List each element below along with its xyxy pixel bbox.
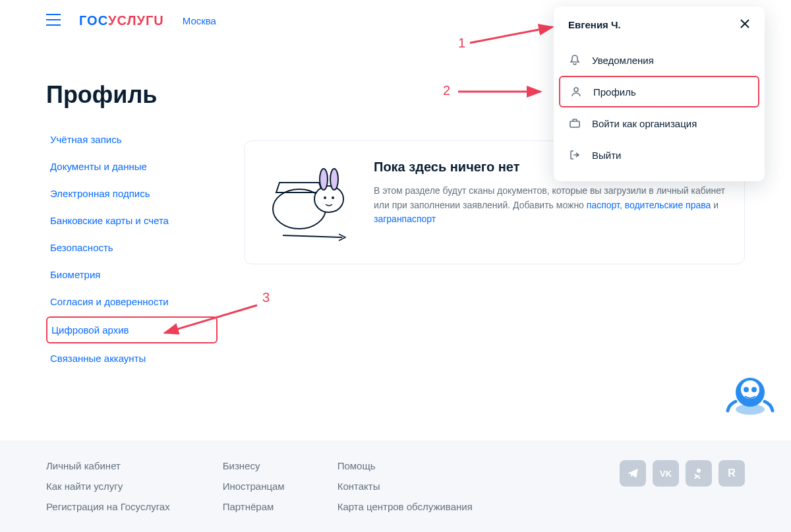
sidebar-item-signature[interactable]: Электронная подпись: [46, 181, 218, 206]
dropdown-logout[interactable]: Выйти: [554, 139, 765, 171]
close-icon[interactable]: [740, 18, 750, 31]
logo-text-2: УСЛУГU: [108, 13, 164, 28]
footer-col-1: Личный кабинет Как найти услугу Регистра…: [46, 460, 170, 512]
logo-text-1: ГОС: [79, 13, 108, 28]
card-text-sep: и: [711, 200, 718, 210]
dropdown-item-label: Профиль: [593, 86, 636, 98]
city-selector[interactable]: Москва: [183, 15, 216, 26]
dropdown-header: Евгения Ч.: [554, 7, 765, 44]
logout-icon: [568, 148, 581, 162]
sidebar-item-label: Безопасность: [50, 242, 113, 253]
svg-point-4: [324, 196, 326, 199]
footer-link[interactable]: Партнёрам: [223, 501, 285, 512]
sidebar-item-linked[interactable]: Связанные аккаунты: [46, 346, 218, 370]
link-driver[interactable]: водительские права: [625, 200, 711, 210]
bell-icon: [568, 53, 581, 67]
card-text-sep: ,: [620, 200, 625, 210]
dropdown-profile[interactable]: Профиль: [559, 76, 759, 107]
sidebar-item-label: Связанные аккаунты: [50, 353, 146, 364]
dropdown-organization[interactable]: Войти как организация: [554, 107, 765, 139]
sidebar-item-bank[interactable]: Банковские карты и счета: [46, 208, 218, 233]
user-icon: [570, 85, 583, 98]
footer-col-3: Помощь Контакты Карта центров обслуживан…: [337, 460, 473, 512]
social-vk-icon[interactable]: VK: [653, 460, 679, 487]
svg-point-16: [751, 387, 757, 392]
svg-point-17: [697, 469, 701, 473]
menu-icon[interactable]: [46, 14, 61, 28]
card-text: В этом разделе будут сканы документов, к…: [374, 184, 726, 227]
svg-point-5: [332, 196, 334, 199]
sidebar-item-biometry[interactable]: Биометрия: [46, 262, 218, 287]
social-rutube-icon[interactable]: R: [718, 460, 745, 487]
sidebar-item-label: Банковские карты и счета: [50, 215, 169, 226]
sidebar-item-label: Биометрия: [50, 269, 100, 280]
sidebar-item-label: Согласия и доверенности: [50, 296, 169, 307]
empty-illustration: [263, 160, 362, 245]
socials: VK R: [620, 460, 745, 512]
logo[interactable]: ГОСУСЛУГU: [79, 13, 164, 28]
svg-point-15: [744, 387, 749, 392]
social-ok-icon[interactable]: [686, 460, 712, 487]
footer-link[interactable]: Помощь: [337, 460, 473, 471]
dropdown-item-label: Войти как организация: [592, 118, 697, 129]
footer-link[interactable]: Личный кабинет: [46, 460, 170, 471]
sidebar-item-documents[interactable]: Документы и данные: [46, 154, 218, 179]
svg-line-6: [283, 235, 342, 237]
svg-point-1: [314, 186, 343, 212]
social-telegram-icon[interactable]: [620, 460, 646, 487]
sidebar-item-security[interactable]: Безопасность: [46, 235, 218, 260]
svg-point-2: [320, 169, 328, 190]
footer-link[interactable]: Бизнесу: [223, 460, 285, 471]
footer-link[interactable]: Контакты: [337, 481, 473, 492]
sidebar-item-label: Учётная запись: [50, 134, 122, 145]
user-name: Евгения Ч.: [568, 19, 621, 30]
sidebar-item-label: Цифровой архив: [51, 324, 129, 336]
annotation-2: 2: [443, 83, 450, 98]
user-dropdown: Евгения Ч. Уведомления Профиль Войти как…: [554, 7, 765, 181]
sidebar: Учётная запись Документы и данные Электр…: [46, 127, 218, 373]
sidebar-item-label: Документы и данные: [50, 161, 147, 172]
mascot-icon[interactable]: [724, 367, 776, 420]
sidebar-item-archive[interactable]: Цифровой архив: [46, 316, 218, 343]
dropdown-item-label: Выйти: [592, 150, 621, 161]
annotation-3: 3: [262, 290, 270, 305]
link-intpassport[interactable]: загранпаспорт: [374, 214, 436, 224]
footer-col-2: Бизнесу Иностранцам Партнёрам: [223, 460, 285, 512]
footer-link[interactable]: Регистрация на Госуслугах: [46, 501, 170, 512]
dropdown-notifications[interactable]: Уведомления: [554, 44, 765, 76]
footer-link[interactable]: Карта центров обслуживания: [337, 501, 473, 512]
sidebar-item-account[interactable]: Учётная запись: [46, 127, 218, 152]
svg-point-3: [330, 169, 338, 190]
briefcase-icon: [568, 117, 581, 130]
sidebar-item-label: Электронная подпись: [50, 188, 150, 199]
annotation-1: 1: [458, 36, 465, 51]
link-passport[interactable]: паспорт: [587, 200, 620, 210]
footer: Личный кабинет Как найти услугу Регистра…: [0, 440, 791, 532]
svg-rect-8: [570, 121, 579, 127]
footer-link[interactable]: Иностранцам: [223, 481, 285, 492]
dropdown-item-label: Уведомления: [592, 55, 654, 66]
svg-point-7: [574, 88, 578, 92]
sidebar-item-consents[interactable]: Согласия и доверенности: [46, 289, 218, 314]
footer-link[interactable]: Как найти услугу: [46, 481, 170, 492]
